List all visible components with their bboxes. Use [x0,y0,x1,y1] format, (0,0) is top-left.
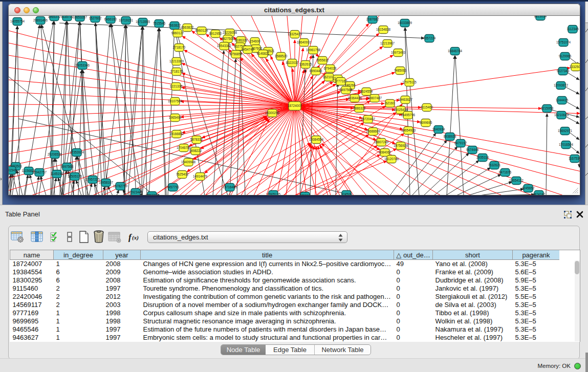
svg-text:1965372: 1965372 [48,16,61,18]
svg-text:7357224: 7357224 [423,36,436,40]
svg-text:10653287: 10653287 [73,16,88,19]
svg-text:7625402: 7625402 [176,172,189,176]
svg-text:8186328: 8186328 [235,38,248,42]
svg-text:924506: 924506 [341,192,352,195]
svg-text:6794028: 6794028 [324,67,337,70]
svg-text:6497568: 6497568 [340,88,353,92]
svg-text:19654923: 19654923 [401,128,416,132]
svg-text:2935114: 2935114 [476,156,489,159]
svg-text:14914479: 14914479 [193,174,208,178]
svg-text:10719151: 10719151 [119,18,134,22]
svg-text:16782759: 16782759 [113,184,128,188]
svg-text:10961758: 10961758 [306,48,321,52]
svg-text:391549: 391549 [9,168,17,172]
svg-text:1332500: 1332500 [570,65,580,69]
svg-text:10543382: 10543382 [217,44,232,48]
svg-text:15720407: 15720407 [361,117,376,121]
svg-text:1362615: 1362615 [299,62,312,66]
svg-text:1244415: 1244415 [556,98,569,102]
svg-text:15716485: 15716485 [223,185,237,189]
svg-text:9129966: 9129966 [559,54,572,58]
svg-text:12942757: 12942757 [32,170,47,174]
svg-text:7663822: 7663822 [168,24,181,27]
svg-text:12923446: 12923446 [128,190,143,194]
svg-text:154600: 154600 [249,39,260,43]
svg-text:6466160: 6466160 [104,17,117,21]
svg-text:2718176: 2718176 [170,70,183,73]
svg-text:19463627: 19463627 [398,98,413,101]
svg-text:16154838: 16154838 [376,28,391,31]
svg-text:17353924: 17353924 [70,150,84,154]
svg-text:7632621: 7632621 [488,163,501,167]
svg-text:9997568: 9997568 [61,165,74,168]
svg-text:1640934: 1640934 [432,127,445,131]
svg-text:7515546: 7515546 [153,21,166,25]
svg-text:17957225: 17957225 [85,178,100,181]
svg-text:7485063: 7485063 [394,69,407,72]
svg-text:1965498: 1965498 [169,116,182,119]
svg-text:9227343: 9227343 [557,69,570,73]
svg-text:16033809: 16033809 [398,21,412,25]
svg-text:16210643: 16210643 [554,113,569,117]
svg-text:62160: 62160 [385,101,395,105]
svg-text:17975115: 17975115 [402,80,417,84]
svg-text:8454749: 8454749 [242,48,254,51]
svg-text:5878332: 5878332 [190,138,203,141]
svg-text:16713555: 16713555 [136,20,150,24]
svg-text:5498222: 5498222 [189,149,202,152]
svg-text:1112345: 1112345 [567,27,579,31]
svg-text:12905135: 12905135 [266,192,281,195]
svg-text:18300295: 18300295 [265,111,280,115]
svg-text:2087682: 2087682 [366,17,379,21]
svg-text:18107564: 18107564 [168,99,183,103]
svg-text:9474444: 9474444 [466,148,479,151]
svg-text:9335731: 9335731 [61,16,74,18]
svg-text:12213967: 12213967 [380,41,395,45]
svg-text:8990448: 8990448 [310,69,322,73]
svg-text:20891406: 20891406 [33,18,48,22]
svg-text:18807249: 18807249 [374,140,389,144]
svg-text:6479197: 6479197 [454,141,467,145]
svg-text:18724007: 18724007 [288,104,302,107]
svg-text:8813054: 8813054 [534,16,547,18]
svg-text:9115460: 9115460 [421,105,433,109]
svg-text:12505135: 12505135 [68,174,82,178]
svg-text:1145194: 1145194 [51,172,63,176]
svg-text:15692971: 15692971 [558,129,573,133]
svg-text:9699695: 9699695 [420,121,432,124]
svg-text:7886322: 7886322 [353,106,366,110]
svg-text:7663822: 7663822 [181,26,194,29]
svg-text:13325419: 13325419 [288,32,302,36]
svg-text:10958107: 10958107 [99,181,114,184]
svg-text:12093872: 12093872 [554,83,569,87]
svg-text:20053346: 20053346 [75,63,90,67]
svg-text:9457791: 9457791 [167,185,180,189]
svg-text:10973493: 10973493 [391,51,406,54]
svg-text:322203: 322203 [580,112,580,115]
svg-text:9827505: 9827505 [222,37,234,40]
svg-text:8215958: 8215958 [541,106,554,110]
svg-text:1167534: 1167534 [569,157,580,160]
svg-text:8322037: 8322037 [286,61,299,64]
svg-text:6756850: 6756850 [230,52,243,56]
svg-text:10688609: 10688609 [366,129,381,133]
svg-text:20364436: 20364436 [347,96,362,100]
svg-text:9245652: 9245652 [522,186,535,190]
svg-text:9474747: 9474747 [533,192,546,195]
svg-text:23226058: 23226058 [223,31,237,34]
svg-text:16120746: 16120746 [384,157,399,161]
svg-text:8938928: 8938928 [444,135,456,138]
svg-text:19384554: 19384554 [309,138,324,141]
svg-text:15751074: 15751074 [556,40,571,44]
svg-text:19166852: 19166852 [169,132,184,136]
svg-text:7955812: 7955812 [316,58,329,62]
svg-text:8960124: 8960124 [195,29,208,32]
svg-text:8471676: 8471676 [499,170,512,174]
svg-text:9557791: 9557791 [146,193,159,195]
svg-text:10654112: 10654112 [509,179,524,182]
svg-text:875306: 875306 [299,194,311,195]
svg-text:1527602: 1527602 [89,16,102,20]
svg-text:20206536: 20206536 [48,152,62,156]
svg-text:2718170: 2718170 [173,46,186,49]
svg-text:3624554: 3624554 [360,90,373,93]
